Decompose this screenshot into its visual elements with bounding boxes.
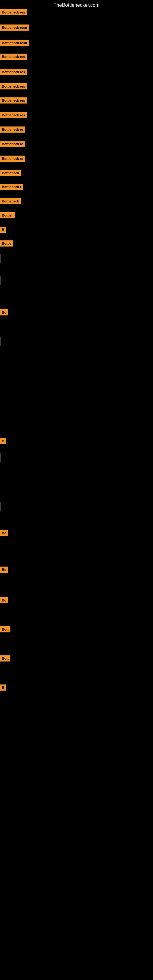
bottleneck-button-btn14[interactable]: Bottleneck [0,198,21,204]
bottleneck-button-btn10[interactable]: Bottleneck re [0,141,25,147]
bottleneck-button-btn9[interactable]: Bottleneck re [0,126,25,133]
divider-div3 [0,337,1,346]
bottleneck-button-btn19[interactable]: B [0,438,6,444]
bottleneck-button-btn4[interactable]: Bottleneck res [0,54,27,60]
divider-div4 [0,453,1,463]
bottleneck-button-btn20[interactable]: Bo [0,530,8,536]
bottleneck-button-btn22[interactable]: Bo [0,597,8,603]
bottleneck-button-btn23[interactable]: Bott [0,626,10,632]
bottleneck-button-btn17[interactable]: Bottle [0,240,13,247]
bottleneck-button-btn5[interactable]: Bottleneck res [0,69,27,75]
bottleneck-button-btn11[interactable]: Bottleneck re [0,156,25,162]
bottleneck-button-btn13[interactable]: Bottleneck r [0,184,23,190]
bottleneck-button-btn1[interactable]: Bottleneck res [0,9,27,15]
bottleneck-button-btn25[interactable]: B [0,684,6,690]
divider-div1 [0,254,1,263]
site-title: TheBottlenecker.com [0,0,153,10]
bottleneck-button-btn24[interactable]: Bott [0,655,10,662]
bottleneck-button-btn21[interactable]: Bo [0,566,8,573]
bottleneck-button-btn8[interactable]: Bottleneck res [0,112,27,118]
bottleneck-button-btn12[interactable]: Bottleneck [0,170,21,176]
divider-div5 [0,502,1,511]
bottleneck-button-btn16[interactable]: B [0,227,6,233]
bottleneck-button-btn2[interactable]: Bottleneck resu [0,24,29,30]
bottleneck-button-btn18[interactable]: Bo [0,309,8,315]
bottleneck-button-btn6[interactable]: Bottleneck res [0,83,27,89]
divider-div2 [0,275,1,285]
bottleneck-button-btn7[interactable]: Bottleneck res [0,97,27,103]
bottleneck-button-btn3[interactable]: Bottleneck resu [0,40,29,46]
bottleneck-button-btn15[interactable]: Bottlen [0,212,15,218]
